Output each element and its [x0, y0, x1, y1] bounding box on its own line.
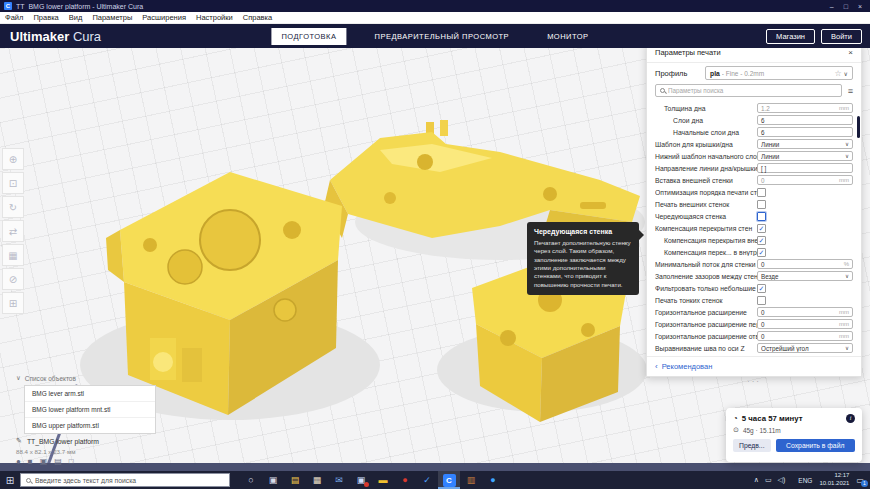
setting-select[interactable]: Линии∨: [757, 139, 853, 149]
mesh-tools-button[interactable]: ⊞: [2, 292, 24, 314]
support-blocker-button[interactable]: ⊘: [2, 268, 24, 290]
setting-select[interactable]: Острейший угол∨: [757, 343, 853, 353]
setting-checkbox[interactable]: [757, 212, 766, 221]
rename-icon[interactable]: ✎: [16, 437, 22, 445]
settings-search[interactable]: [655, 84, 842, 97]
chevron-down-icon: ∨: [16, 374, 21, 382]
menu-item-правка[interactable]: Правка: [33, 13, 58, 22]
notification-center-icon[interactable]: ▭1: [856, 476, 864, 485]
volume-icon[interactable]: ◁): [778, 476, 786, 483]
setting-input[interactable]: 1.2mm: [757, 103, 853, 113]
xray-view-icon[interactable]: ▣: [40, 457, 48, 466]
rotate-tool-button[interactable]: ↻: [2, 196, 24, 218]
marketplace-button[interactable]: Магазин: [766, 29, 815, 44]
setting-checkbox[interactable]: [757, 296, 766, 305]
setting-checkbox[interactable]: ✓: [757, 224, 766, 233]
setting-row: Нижний шаблон начального слояЛинии∨: [647, 150, 861, 162]
setting-checkbox[interactable]: [757, 200, 766, 209]
job-name-row[interactable]: ✎ TT_BMG lower platform: [16, 437, 99, 445]
file-explorer-icon[interactable]: ▤: [284, 471, 306, 489]
setting-checkbox[interactable]: ✓: [757, 236, 766, 245]
menu-item-файл[interactable]: Файл: [5, 13, 23, 22]
minimize-button[interactable]: –: [830, 3, 834, 10]
object-list-toggle[interactable]: ∨ Список объектов: [16, 374, 76, 382]
setting-row: Минимальный поток для стенки0%: [647, 258, 861, 270]
store-icon[interactable]: ▦: [306, 471, 328, 489]
start-button[interactable]: ⊞: [0, 471, 20, 489]
menu-item-справка[interactable]: Справка: [243, 13, 272, 22]
close-button[interactable]: ×: [858, 3, 862, 10]
menu-item-вид[interactable]: Вид: [69, 13, 83, 22]
setting-input[interactable]: 0%: [757, 259, 853, 269]
setting-select[interactable]: Линии∨: [757, 151, 853, 161]
language-indicator[interactable]: ENG: [798, 477, 812, 484]
settings-menu-icon[interactable]: ≡: [848, 86, 853, 96]
setting-checkbox[interactable]: [757, 188, 766, 197]
object-list-item[interactable]: BMG lower platform mnt.stl: [25, 402, 155, 418]
menu-item-расширения[interactable]: Расширения: [142, 13, 186, 22]
info-icon[interactable]: i: [846, 414, 855, 423]
cura-app-icon[interactable]: C: [438, 471, 460, 489]
setting-input[interactable]: 0mm: [757, 319, 853, 329]
check-app-icon[interactable]: ✓: [416, 471, 438, 489]
setting-row: Печать тонких стенок: [647, 294, 861, 306]
object-list-item[interactable]: BMG upper platform.stl: [25, 418, 155, 433]
layers-view-icon[interactable]: ▤: [54, 457, 62, 466]
winrar-icon[interactable]: ▥: [460, 471, 482, 489]
app-header: Ultimaker Cura ПОДГОТОВКАПРЕДВАРИТЕЛЬНЫЙ…: [0, 24, 870, 48]
keyboard-layout-icon[interactable]: ▬: [372, 471, 394, 489]
task-view-icon[interactable]: ▣: [262, 471, 284, 489]
close-panel-icon[interactable]: ×: [848, 48, 853, 57]
setting-select[interactable]: Везде∨: [757, 271, 853, 281]
browser-icon[interactable]: ●: [482, 471, 504, 489]
profile-value-rest: - Fine - 0.2mm: [722, 70, 833, 77]
setting-input[interactable]: [ ]: [757, 163, 853, 173]
menu-bar: ФайлПравкаВидПараметрыРасширенияНастройк…: [0, 12, 870, 24]
setting-input[interactable]: 6: [757, 115, 853, 125]
stage-tab[interactable]: ПРЕДВАРИТЕЛЬНЫЙ ПРОСМОТР: [364, 28, 519, 45]
star-icon[interactable]: ☆: [834, 69, 841, 78]
solid-view-icon[interactable]: ■: [28, 457, 33, 466]
panel-resize-handle[interactable]: ···: [646, 377, 862, 386]
notification-badge: 1: [861, 480, 868, 487]
recorder-app-icon[interactable]: ●: [394, 471, 416, 489]
per-model-settings-button[interactable]: ▦: [2, 244, 24, 266]
cortana-icon[interactable]: ○: [240, 471, 262, 489]
preview-button[interactable]: Предв...: [733, 439, 771, 452]
scale-tool-button[interactable]: ⊡: [2, 172, 24, 194]
mail-icon[interactable]: ✉: [328, 471, 350, 489]
setting-checkbox[interactable]: ✓: [757, 284, 766, 293]
signin-button[interactable]: Войти: [821, 29, 862, 44]
object-list-item[interactable]: BMG lever arm.stl: [25, 386, 155, 402]
setting-checkbox[interactable]: ✓: [757, 248, 766, 257]
recommended-link[interactable]: Рекомендован: [662, 362, 713, 371]
setting-input[interactable]: 6: [757, 127, 853, 137]
move-tool-button[interactable]: ⊕: [2, 148, 24, 170]
setting-label: Печать тонких стенок: [655, 297, 757, 304]
stage-tab[interactable]: ПОДГОТОВКА: [271, 28, 346, 45]
menu-item-настройки[interactable]: Настройки: [196, 13, 233, 22]
maximize-button[interactable]: □: [844, 3, 848, 10]
mirror-tool-button[interactable]: ⇄: [2, 220, 24, 242]
taskbar-search[interactable]: [20, 473, 230, 487]
setting-row: Заполнение зазоров между стенкамиВезде∨: [647, 270, 861, 282]
setting-input[interactable]: 0mm: [757, 331, 853, 341]
chat-app-icon[interactable]: ▣: [350, 471, 372, 489]
stage-tab[interactable]: МОНИТОР: [537, 28, 598, 45]
material-usage: 45g · 15.11m: [743, 427, 781, 434]
save-to-file-button[interactable]: Сохранить в файл: [776, 439, 855, 452]
profile-select[interactable]: pla - Fine - 0.2mm ☆ ∨: [705, 66, 853, 80]
ghost-view-icon[interactable]: □: [69, 457, 74, 466]
camera-view-icon[interactable]: ●: [16, 457, 21, 466]
taskbar-clock[interactable]: 12:17 10.01.2021: [819, 472, 849, 488]
mesh-tools-icon: ⊞: [9, 298, 17, 309]
setting-label: Печать внешних стенок: [655, 201, 757, 208]
menu-item-параметры[interactable]: Параметры: [92, 13, 132, 22]
settings-search-input[interactable]: [668, 87, 837, 94]
scrollbar-thumb[interactable]: [857, 116, 860, 138]
tray-chevron-up-icon[interactable]: ∧: [754, 476, 759, 483]
taskbar-search-input[interactable]: [35, 477, 224, 484]
network-icon[interactable]: ▭: [765, 476, 772, 483]
setting-input[interactable]: 0mm: [757, 307, 853, 317]
setting-input[interactable]: 0mm: [757, 175, 853, 185]
